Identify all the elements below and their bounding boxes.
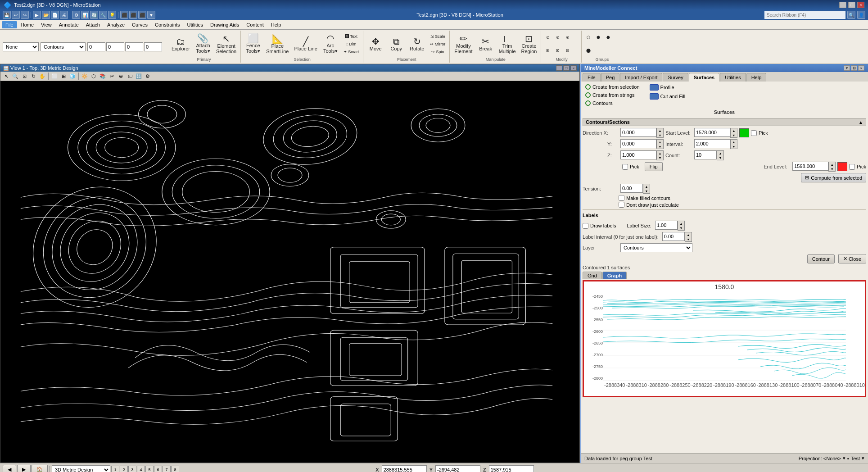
place-line-btn[interactable]: ╱ Place Line (292, 35, 319, 54)
scale-btn[interactable]: ⇲ Scale (428, 33, 448, 40)
graph-tab[interactable]: Graph (602, 272, 627, 279)
vp-tool-cursor[interactable]: ↖ (2, 72, 10, 80)
label-size-down[interactable]: ▼ (678, 226, 684, 230)
view-num-3[interactable]: 3 (128, 466, 136, 472)
smart-btn[interactable]: ✦ Smart (341, 48, 362, 55)
end-level-up[interactable]: ▲ (829, 162, 835, 167)
layer-select[interactable]: Contours (620, 243, 692, 252)
dir-x-down[interactable]: ▼ (657, 133, 663, 137)
direction-x-input[interactable] (620, 128, 656, 137)
x-coord-input[interactable] (382, 465, 427, 472)
count-input[interactable] (694, 150, 717, 159)
trim-multiple-btn[interactable]: ⊢ TrimMultiple (497, 32, 518, 56)
menu-content[interactable]: Content (243, 21, 267, 28)
start-color-box[interactable] (739, 128, 749, 137)
mirror-btn[interactable]: ⇔ Mirror (428, 41, 448, 48)
pick-end-checkbox[interactable] (849, 164, 855, 170)
attr-dropdown-2[interactable]: Contours (41, 42, 86, 51)
start-level-down[interactable]: ▼ (731, 133, 737, 137)
qa-run[interactable]: ▶ (33, 11, 41, 19)
projection-arrow[interactable]: ▾ (843, 455, 845, 461)
mm-tab-import[interactable]: Import / Export (620, 73, 662, 82)
direction-z-input[interactable] (620, 150, 656, 159)
vp-tool-3d[interactable]: 🧊 (68, 72, 77, 80)
design-select[interactable]: 3D Metric Design (52, 465, 110, 472)
create-from-strings-btn[interactable]: Create from strings (583, 91, 642, 99)
break-element-btn[interactable]: ✂ Break (476, 35, 496, 54)
vp-tool-snap[interactable]: ⊕ (117, 72, 125, 80)
menu-analyze[interactable]: Analyze (104, 21, 128, 28)
level-input-1[interactable] (87, 42, 105, 51)
mm-tab-file[interactable]: File (583, 73, 601, 82)
vp-tool-wire[interactable]: ⬡ (90, 72, 98, 80)
viewport-close[interactable]: × (570, 65, 577, 71)
close-action-btn[interactable]: ✕ Close (838, 254, 866, 263)
label-interval-input[interactable] (662, 232, 685, 241)
fence-tools-btn[interactable]: ⬜ FenceTools▾ (243, 32, 263, 56)
vp-tool-grid[interactable]: ⊞ (59, 72, 68, 80)
dir-z-up[interactable]: ▲ (657, 151, 663, 155)
search-icon[interactable]: 🔍 (847, 11, 855, 19)
grp2-btn[interactable]: ⬢ (594, 34, 603, 41)
dir-y-down[interactable]: ▼ (657, 144, 663, 149)
attr-dropdown-1[interactable]: None (3, 42, 39, 51)
pick-start-checkbox[interactable] (751, 130, 757, 136)
qa-extra1[interactable]: ⬛ (120, 11, 128, 19)
view-num-8[interactable]: 8 (171, 466, 179, 472)
cut-and-fill-btn[interactable]: Cut and Fill (646, 92, 689, 100)
y-coord-input[interactable] (435, 465, 480, 472)
grp1-btn[interactable]: ⬡ (584, 34, 593, 41)
label-interval-down[interactable]: ▼ (685, 237, 692, 241)
view-num-7[interactable]: 7 (163, 466, 171, 472)
arc-tools-btn[interactable]: ◠ ArcTools▾ (321, 32, 340, 56)
mm-float-btn[interactable]: ⊟ (851, 65, 857, 71)
start-level-up[interactable]: ▲ (731, 128, 737, 133)
grp3-btn[interactable]: ⬣ (604, 34, 613, 41)
interval-input[interactable] (694, 139, 730, 148)
minimize-btn[interactable]: _ (839, 2, 846, 8)
mm-tab-utilities[interactable]: Utilities (720, 73, 746, 82)
create-region-btn[interactable]: ⊡ CreateRegion (519, 32, 539, 56)
maximize-btn[interactable]: □ (848, 2, 855, 8)
dir-z-down[interactable]: ▼ (657, 155, 663, 160)
menu-constraints[interactable]: Constraints (151, 21, 184, 28)
search-ribbon-input[interactable] (764, 11, 845, 19)
tension-down[interactable]: ▼ (643, 189, 650, 193)
view-num-1[interactable]: 1 (111, 466, 119, 472)
view-num-4[interactable]: 4 (137, 466, 145, 472)
viewport-canvas[interactable]: Y X .contour { fill: none; stroke: white… (0, 81, 579, 458)
viewport-minimize[interactable]: _ (556, 65, 562, 71)
z-coord-input[interactable] (489, 465, 534, 472)
text-btn[interactable]: 🅰 Text (341, 33, 362, 40)
view-num-5[interactable]: 5 (145, 466, 154, 472)
mod5-btn[interactable]: ⊠ (553, 47, 562, 54)
qa-open[interactable]: 📂 (42, 11, 50, 19)
qa-extra2[interactable]: ⬛ (129, 11, 137, 19)
close-btn[interactable]: × (857, 2, 864, 8)
mod1-btn[interactable]: ⊙ (543, 34, 552, 41)
mod2-btn[interactable]: ⊘ (553, 34, 562, 41)
view-num-2[interactable]: 2 (120, 466, 128, 472)
end-color-box[interactable] (837, 162, 847, 171)
qa-extra3[interactable]: ⬛ (138, 11, 146, 19)
contour-action-btn[interactable]: Contour (807, 254, 835, 263)
vp-tool-attrs[interactable]: 🔣 (135, 72, 143, 80)
mm-close-btn[interactable]: × (858, 65, 864, 71)
profile-btn[interactable]: Profile (646, 83, 689, 91)
contours-collapse[interactable]: ▲ (859, 120, 863, 125)
vp-tool-clip[interactable]: ✂ (108, 72, 116, 80)
draw-labels-checkbox[interactable] (583, 223, 588, 229)
menu-utilities[interactable]: Utilities (184, 21, 207, 28)
mm-tab-peg[interactable]: Peg (601, 73, 620, 82)
qa-tools[interactable]: 🔧 (99, 11, 107, 19)
viewport-maximize[interactable]: □ (563, 65, 570, 71)
label-interval-up[interactable]: ▲ (685, 232, 692, 237)
copy-btn[interactable]: ⧉ Copy (386, 35, 406, 54)
count-up[interactable]: ▲ (717, 151, 723, 155)
vp-tool-fit[interactable]: ⊡ (20, 72, 28, 80)
dir-x-up[interactable]: ▲ (657, 128, 663, 133)
count-down[interactable]: ▼ (717, 155, 723, 160)
move-btn[interactable]: ✥ Move (366, 35, 385, 54)
dont-draw-checkbox[interactable] (619, 202, 624, 208)
dir-y-up[interactable]: ▲ (657, 140, 663, 144)
